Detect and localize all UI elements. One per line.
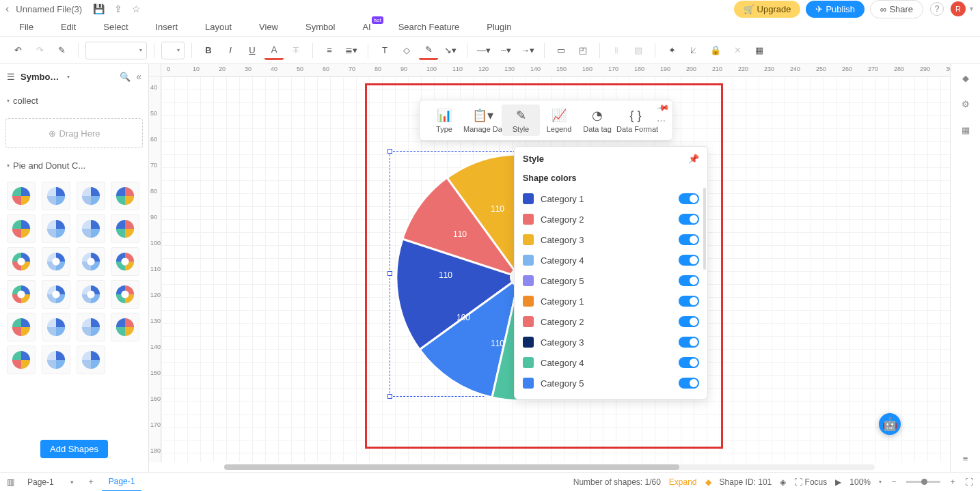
avatar[interactable]: R xyxy=(951,1,966,16)
search-icon[interactable]: 🔍 xyxy=(120,72,131,82)
visibility-toggle[interactable] xyxy=(679,234,699,245)
chart-type-button[interactable]: 📊Type xyxy=(425,104,463,136)
font-size-select[interactable]: ▾ xyxy=(161,42,185,59)
add-shapes-button[interactable]: Add Shapes xyxy=(40,440,108,458)
line-color-button[interactable]: ✎ xyxy=(419,41,438,60)
visibility-toggle[interactable] xyxy=(679,296,699,307)
add-page-button[interactable]: ＋ xyxy=(87,476,95,488)
align-v-button[interactable]: ≣▾ xyxy=(342,41,361,60)
menu-search-feature[interactable]: Search Feature xyxy=(385,22,474,32)
shape-thumbnail[interactable] xyxy=(42,280,70,309)
page-select[interactable]: Page-1▾ xyxy=(21,475,80,489)
visibility-toggle[interactable] xyxy=(679,275,699,286)
redo-button[interactable]: ↷ xyxy=(30,41,49,60)
share-button[interactable]: ∞ Share xyxy=(870,0,923,18)
zoom-in-button[interactable]: ＋ xyxy=(949,476,957,488)
shape-thumbnail[interactable] xyxy=(111,247,139,276)
color-swatch[interactable] xyxy=(523,357,534,368)
manage-data-button[interactable]: 📋▾Manage Data xyxy=(463,104,502,136)
visibility-toggle[interactable] xyxy=(679,193,699,204)
italic-button[interactable]: I xyxy=(221,41,240,60)
shape-thumbnail[interactable] xyxy=(7,280,36,309)
color-swatch[interactable] xyxy=(523,378,534,389)
shape-thumbnail[interactable] xyxy=(7,346,36,374)
line-begin-button[interactable]: —▾ xyxy=(474,41,493,60)
grid-panel-icon[interactable]: ▦ xyxy=(959,123,972,137)
menu-symbol[interactable]: Symbol xyxy=(292,22,349,32)
shape-thumbnail[interactable] xyxy=(42,346,70,374)
shape-thumbnail[interactable] xyxy=(77,247,105,276)
fill-panel-icon[interactable]: ◆ xyxy=(959,71,972,85)
font-color-button[interactable]: A xyxy=(264,41,284,60)
shape-thumbnail[interactable] xyxy=(77,214,105,243)
account-caret-icon[interactable]: ▼ xyxy=(968,5,975,12)
fill-button[interactable]: ◇ xyxy=(397,41,416,60)
more-panel-icon[interactable]: ≡ xyxy=(959,451,972,465)
canvas[interactable]: 0102030405060708090100110120130140150160… xyxy=(149,64,950,472)
text-tool-button[interactable]: T xyxy=(375,41,394,60)
collapse-sidebar-icon[interactable]: « xyxy=(136,71,141,82)
menu-file[interactable]: File xyxy=(5,22,47,32)
align-objects-button[interactable]: ⫴ xyxy=(607,41,626,60)
align-h-button[interactable]: ≡ xyxy=(320,41,339,60)
shadow-button[interactable]: ▭ xyxy=(552,41,571,60)
line-style-button[interactable]: ↘▾ xyxy=(441,41,460,60)
help-icon[interactable]: ? xyxy=(930,2,944,16)
section-pie[interactable]: ▾Pie and Donut C... xyxy=(7,158,141,173)
menu-plugin[interactable]: Plugin xyxy=(473,22,525,32)
radius-button[interactable]: ◰ xyxy=(573,41,593,60)
undo-button[interactable]: ↶ xyxy=(8,41,27,60)
magic-button[interactable]: ✦ xyxy=(662,41,681,60)
strikethrough-button[interactable]: T̶ xyxy=(286,41,305,60)
crop-button[interactable]: ⟀ xyxy=(684,41,703,60)
visibility-toggle[interactable] xyxy=(679,214,699,225)
panel-scrollbar[interactable] xyxy=(703,188,706,270)
shape-thumbnail[interactable] xyxy=(111,313,139,341)
shape-thumbnail[interactable] xyxy=(42,313,70,341)
section-collect[interactable]: ▾collect xyxy=(7,93,141,109)
save-icon[interactable]: 💾 xyxy=(93,3,105,14)
shape-thumbnail[interactable] xyxy=(77,182,105,210)
color-swatch[interactable] xyxy=(523,296,534,307)
color-swatch[interactable] xyxy=(523,255,534,266)
canvas-h-scrollbar[interactable] xyxy=(149,462,950,472)
shape-thumbnail[interactable] xyxy=(77,280,105,309)
shape-thumbnail[interactable] xyxy=(42,182,70,210)
zoom-out-button[interactable]: － xyxy=(890,476,898,488)
font-family-select[interactable]: ▾ xyxy=(85,42,147,59)
data-tag-button[interactable]: ◔Data tag xyxy=(578,104,616,136)
shape-thumbnail[interactable] xyxy=(42,214,70,243)
shape-thumbnail[interactable] xyxy=(77,346,105,374)
shape-thumbnail[interactable] xyxy=(111,214,139,243)
shape-thumbnail[interactable] xyxy=(7,247,36,276)
export-icon[interactable]: ⇪ xyxy=(114,3,122,14)
publish-button[interactable]: ✈ Publish xyxy=(806,1,865,18)
expand-link[interactable]: Expand xyxy=(669,477,697,487)
menu-edit[interactable]: Edit xyxy=(47,22,90,32)
shape-thumbnail[interactable] xyxy=(42,247,70,276)
menu-view[interactable]: View xyxy=(245,22,292,32)
shape-thumbnail[interactable] xyxy=(7,182,36,210)
visibility-toggle[interactable] xyxy=(679,378,699,389)
back-icon[interactable]: ‹ xyxy=(5,3,9,15)
library-dropdown-icon[interactable]: ▾ xyxy=(67,74,70,80)
zoom-label[interactable]: 100% xyxy=(849,477,871,487)
color-swatch[interactable] xyxy=(523,275,534,286)
layers-icon[interactable]: ◈ xyxy=(780,477,786,487)
pin-icon[interactable]: 📌 xyxy=(688,154,699,164)
table-button[interactable]: ▦ xyxy=(750,41,769,60)
fullscreen-icon[interactable]: ⛶ xyxy=(965,477,973,487)
drag-target[interactable]: ⊕ Drag Here xyxy=(5,118,143,148)
upgrade-button[interactable]: 🛒 Upgrade xyxy=(734,1,801,18)
layer-panel-icon[interactable]: ⚙ xyxy=(959,97,972,111)
visibility-toggle[interactable] xyxy=(679,316,699,327)
shape-thumbnail[interactable] xyxy=(111,182,139,210)
shape-thumbnail[interactable] xyxy=(7,313,36,341)
legend-button[interactable]: 📈Legend xyxy=(540,104,578,136)
line-dash-button[interactable]: ┄▾ xyxy=(496,41,515,60)
menu-insert[interactable]: Insert xyxy=(142,22,192,32)
page-tab[interactable]: Page-1 xyxy=(102,473,142,492)
format-painter-button[interactable]: ✎ xyxy=(52,41,71,60)
color-swatch[interactable] xyxy=(523,193,534,204)
visibility-toggle[interactable] xyxy=(679,357,699,368)
